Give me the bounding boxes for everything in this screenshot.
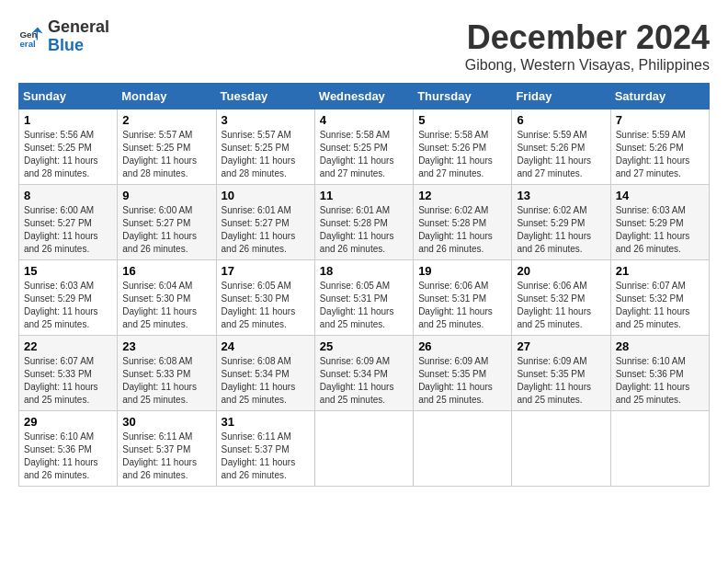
- day-number: 25: [320, 339, 408, 353]
- day-number: 30: [122, 415, 210, 429]
- day-info: Sunrise: 6:01 AM Sunset: 5:27 PM Dayligh…: [222, 204, 310, 256]
- calendar-cell: 5 Sunrise: 5:58 AM Sunset: 5:26 PM Dayli…: [414, 109, 512, 185]
- calendar-cell: 21 Sunrise: 6:07 AM Sunset: 5:32 PM Dayl…: [610, 260, 709, 336]
- calendar-cell: 10 Sunrise: 6:01 AM Sunset: 5:27 PM Dayl…: [216, 185, 314, 260]
- calendar-cell: 15 Sunrise: 6:03 AM Sunset: 5:29 PM Dayl…: [19, 260, 118, 336]
- day-number: 17: [222, 264, 310, 278]
- day-info: Sunrise: 5:59 AM Sunset: 5:26 PM Dayligh…: [517, 129, 605, 180]
- day-number: 22: [24, 339, 112, 353]
- day-number: 8: [24, 189, 112, 202]
- day-number: 23: [122, 339, 210, 353]
- day-number: 18: [320, 264, 408, 278]
- calendar-cell: 1 Sunrise: 5:56 AM Sunset: 5:25 PM Dayli…: [19, 109, 118, 185]
- weekday-header-wednesday: Wednesday: [314, 84, 413, 109]
- calendar-cell: 17 Sunrise: 6:05 AM Sunset: 5:30 PM Dayl…: [216, 260, 314, 336]
- day-info: Sunrise: 6:07 AM Sunset: 5:33 PM Dayligh…: [24, 355, 112, 407]
- calendar-cell: 13 Sunrise: 6:02 AM Sunset: 5:29 PM Dayl…: [512, 185, 610, 260]
- header: Gen eral General Blue December 2024 Gibo…: [18, 18, 710, 74]
- week-row-2: 8 Sunrise: 6:00 AM Sunset: 5:27 PM Dayli…: [19, 185, 710, 260]
- day-info: Sunrise: 6:09 AM Sunset: 5:35 PM Dayligh…: [517, 355, 605, 407]
- calendar-cell: 24 Sunrise: 6:08 AM Sunset: 5:34 PM Dayl…: [216, 336, 314, 411]
- calendar-cell: 12 Sunrise: 6:02 AM Sunset: 5:28 PM Dayl…: [414, 185, 512, 260]
- day-number: 5: [418, 113, 506, 127]
- calendar-cell: [512, 411, 610, 487]
- weekday-header-monday: Monday: [118, 84, 216, 109]
- day-info: Sunrise: 6:06 AM Sunset: 5:32 PM Dayligh…: [517, 280, 605, 331]
- calendar-cell: 22 Sunrise: 6:07 AM Sunset: 5:33 PM Dayl…: [19, 336, 118, 411]
- day-info: Sunrise: 6:06 AM Sunset: 5:31 PM Dayligh…: [418, 280, 506, 331]
- day-number: 2: [122, 113, 210, 127]
- calendar-cell: 29 Sunrise: 6:10 AM Sunset: 5:36 PM Dayl…: [19, 411, 118, 487]
- day-info: Sunrise: 6:05 AM Sunset: 5:30 PM Dayligh…: [222, 280, 310, 331]
- day-info: Sunrise: 6:03 AM Sunset: 5:29 PM Dayligh…: [24, 280, 112, 331]
- day-info: Sunrise: 6:04 AM Sunset: 5:30 PM Dayligh…: [122, 280, 210, 331]
- calendar-cell: [610, 411, 709, 487]
- logo: Gen eral General Blue: [18, 18, 109, 55]
- title-area: December 2024 Gibong, Western Visayas, P…: [465, 18, 710, 74]
- day-number: 31: [222, 415, 310, 429]
- weekday-header-friday: Friday: [512, 84, 610, 109]
- weekday-header-saturday: Saturday: [610, 84, 709, 109]
- calendar-table: SundayMondayTuesdayWednesdayThursdayFrid…: [18, 83, 710, 487]
- day-info: Sunrise: 6:00 AM Sunset: 5:27 PM Dayligh…: [122, 204, 210, 256]
- week-row-3: 15 Sunrise: 6:03 AM Sunset: 5:29 PM Dayl…: [19, 260, 710, 336]
- calendar-cell: 11 Sunrise: 6:01 AM Sunset: 5:28 PM Dayl…: [314, 185, 413, 260]
- day-number: 7: [616, 113, 704, 127]
- week-row-5: 29 Sunrise: 6:10 AM Sunset: 5:36 PM Dayl…: [19, 411, 710, 487]
- calendar-cell: 3 Sunrise: 5:57 AM Sunset: 5:25 PM Dayli…: [216, 109, 314, 185]
- svg-text:eral: eral: [19, 39, 36, 49]
- logo-general-text: General: [48, 17, 109, 36]
- calendar-cell: 6 Sunrise: 5:59 AM Sunset: 5:26 PM Dayli…: [512, 109, 610, 185]
- calendar-cell: 28 Sunrise: 6:10 AM Sunset: 5:36 PM Dayl…: [610, 336, 709, 411]
- calendar-cell: [414, 411, 512, 487]
- calendar-cell: 30 Sunrise: 6:11 AM Sunset: 5:37 PM Dayl…: [118, 411, 216, 487]
- weekday-header-sunday: Sunday: [19, 84, 118, 109]
- day-number: 20: [517, 264, 605, 278]
- calendar-cell: 16 Sunrise: 6:04 AM Sunset: 5:30 PM Dayl…: [118, 260, 216, 336]
- location-title: Gibong, Western Visayas, Philippines: [465, 57, 710, 74]
- calendar-cell: 8 Sunrise: 6:00 AM Sunset: 5:27 PM Dayli…: [19, 185, 118, 260]
- logo-icon: Gen eral: [18, 24, 44, 50]
- day-number: 27: [517, 339, 605, 353]
- day-number: 16: [122, 264, 210, 278]
- day-number: 12: [418, 189, 506, 202]
- day-info: Sunrise: 6:09 AM Sunset: 5:35 PM Dayligh…: [418, 355, 506, 407]
- day-number: 15: [24, 264, 112, 278]
- weekday-header-thursday: Thursday: [414, 84, 512, 109]
- day-number: 10: [222, 189, 310, 202]
- day-info: Sunrise: 6:08 AM Sunset: 5:34 PM Dayligh…: [222, 355, 310, 407]
- calendar-cell: 19 Sunrise: 6:06 AM Sunset: 5:31 PM Dayl…: [414, 260, 512, 336]
- day-number: 11: [320, 189, 408, 202]
- calendar-cell: 27 Sunrise: 6:09 AM Sunset: 5:35 PM Dayl…: [512, 336, 610, 411]
- day-info: Sunrise: 6:03 AM Sunset: 5:29 PM Dayligh…: [616, 204, 704, 256]
- calendar-cell: 26 Sunrise: 6:09 AM Sunset: 5:35 PM Dayl…: [414, 336, 512, 411]
- day-info: Sunrise: 6:05 AM Sunset: 5:31 PM Dayligh…: [320, 280, 408, 331]
- day-info: Sunrise: 6:01 AM Sunset: 5:28 PM Dayligh…: [320, 204, 408, 256]
- day-number: 1: [24, 113, 112, 127]
- day-number: 28: [616, 339, 704, 353]
- calendar-cell: 31 Sunrise: 6:11 AM Sunset: 5:37 PM Dayl…: [216, 411, 314, 487]
- calendar-cell: 25 Sunrise: 6:09 AM Sunset: 5:34 PM Dayl…: [314, 336, 413, 411]
- calendar-cell: 14 Sunrise: 6:03 AM Sunset: 5:29 PM Dayl…: [610, 185, 709, 260]
- day-info: Sunrise: 6:02 AM Sunset: 5:29 PM Dayligh…: [517, 204, 605, 256]
- day-number: 9: [122, 189, 210, 202]
- day-info: Sunrise: 6:09 AM Sunset: 5:34 PM Dayligh…: [320, 355, 408, 407]
- day-info: Sunrise: 5:58 AM Sunset: 5:25 PM Dayligh…: [320, 129, 408, 180]
- calendar-cell: 20 Sunrise: 6:06 AM Sunset: 5:32 PM Dayl…: [512, 260, 610, 336]
- calendar-cell: 2 Sunrise: 5:57 AM Sunset: 5:25 PM Dayli…: [118, 109, 216, 185]
- day-info: Sunrise: 6:11 AM Sunset: 5:37 PM Dayligh…: [222, 431, 310, 482]
- logo-blue-text: Blue: [48, 36, 84, 54]
- calendar-cell: 18 Sunrise: 6:05 AM Sunset: 5:31 PM Dayl…: [314, 260, 413, 336]
- day-number: 3: [222, 113, 310, 127]
- day-info: Sunrise: 6:08 AM Sunset: 5:33 PM Dayligh…: [122, 355, 210, 407]
- week-row-1: 1 Sunrise: 5:56 AM Sunset: 5:25 PM Dayli…: [19, 109, 710, 185]
- calendar-cell: [314, 411, 413, 487]
- day-info: Sunrise: 5:56 AM Sunset: 5:25 PM Dayligh…: [24, 129, 112, 180]
- day-info: Sunrise: 5:57 AM Sunset: 5:25 PM Dayligh…: [122, 129, 210, 180]
- weekday-header-row: SundayMondayTuesdayWednesdayThursdayFrid…: [19, 84, 710, 109]
- day-number: 13: [517, 189, 605, 202]
- week-row-4: 22 Sunrise: 6:07 AM Sunset: 5:33 PM Dayl…: [19, 336, 710, 411]
- day-number: 24: [222, 339, 310, 353]
- day-info: Sunrise: 5:58 AM Sunset: 5:26 PM Dayligh…: [418, 129, 506, 180]
- day-number: 19: [418, 264, 506, 278]
